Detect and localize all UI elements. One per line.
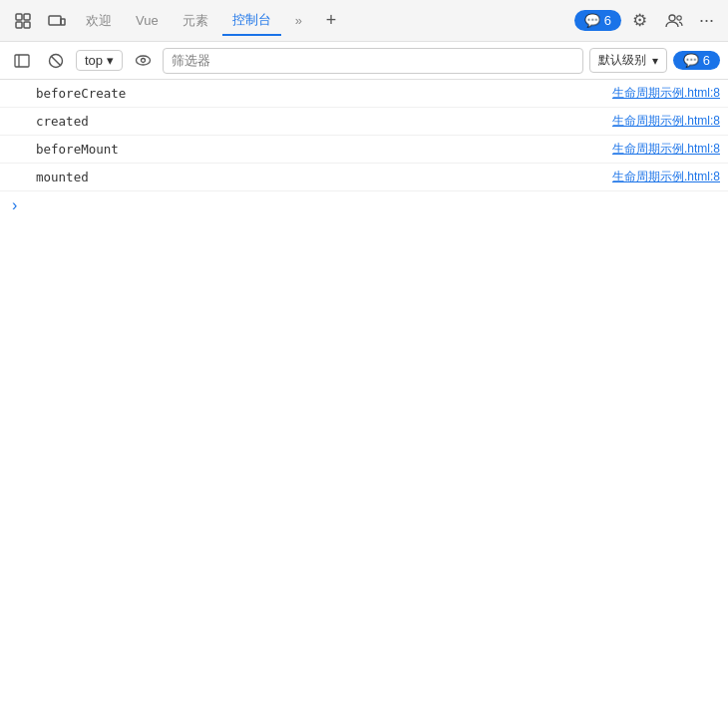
svg-point-6 (669, 15, 675, 21)
expand-row[interactable]: › (0, 191, 728, 219)
log-row: created 生命周期示例.html:8 (0, 108, 728, 136)
add-tab-icon[interactable]: + (316, 6, 346, 36)
log-area: beforeCreate 生命周期示例.html:8 created 生命周期示… (0, 80, 728, 219)
svg-rect-2 (16, 22, 22, 28)
log-source-2[interactable]: 生命周期示例.html:8 (612, 141, 728, 158)
svg-line-11 (51, 56, 61, 66)
toolbar-badge[interactable]: 💬 6 (673, 51, 720, 70)
level-dropdown[interactable]: 默认级别 ▾ (589, 48, 667, 73)
log-text-0: beforeCreate (36, 86, 612, 101)
level-dropdown-arrow: ▾ (652, 54, 658, 68)
log-text-1: created (36, 114, 612, 129)
svg-rect-1 (24, 14, 30, 20)
filter-input[interactable] (163, 48, 583, 74)
context-dropdown[interactable]: top ▾ (76, 50, 123, 71)
top-nav: 欢迎 Vue 元素 控制台 » + 💬 6 ⚙ ··· (0, 0, 728, 42)
tab-welcome[interactable]: 欢迎 (76, 6, 122, 36)
sidebar-toggle-icon[interactable] (8, 47, 36, 75)
log-row: beforeMount 生命周期示例.html:8 (0, 136, 728, 164)
svg-rect-0 (16, 14, 22, 20)
context-dropdown-arrow: ▾ (107, 53, 114, 68)
message-badge-btn[interactable]: 💬 6 (574, 10, 621, 31)
tab-console[interactable]: 控制台 (222, 6, 281, 36)
log-text-3: mounted (36, 170, 612, 184)
svg-rect-4 (49, 16, 61, 25)
settings-icon[interactable]: ⚙ (625, 6, 655, 36)
log-source-1[interactable]: 生命周期示例.html:8 (612, 113, 728, 130)
svg-point-13 (141, 59, 145, 63)
log-row: mounted 生命周期示例.html:8 (0, 164, 728, 191)
block-icon[interactable] (42, 47, 70, 75)
log-source-3[interactable]: 生命周期示例.html:8 (612, 169, 728, 185)
tab-vue[interactable]: Vue (126, 6, 169, 36)
responsive-icon[interactable] (42, 6, 72, 36)
more-icon[interactable]: ··· (693, 6, 720, 35)
svg-point-12 (136, 56, 150, 65)
log-text-2: beforeMount (36, 142, 612, 157)
svg-rect-5 (61, 19, 65, 25)
tab-elements[interactable]: 元素 (173, 6, 218, 36)
eye-icon[interactable] (129, 47, 157, 75)
tab-more[interactable]: » (285, 6, 312, 36)
log-row: beforeCreate 生命周期示例.html:8 (0, 80, 728, 108)
users-icon[interactable] (659, 6, 689, 36)
expand-chevron-icon[interactable]: › (12, 196, 17, 214)
inspect-icon[interactable] (8, 6, 38, 36)
log-source-0[interactable]: 生命周期示例.html:8 (612, 85, 728, 102)
message-icon: 💬 (584, 13, 600, 28)
svg-rect-8 (15, 55, 29, 67)
toolbar-badge-icon: 💬 (683, 53, 699, 68)
toolbar: top ▾ 默认级别 ▾ 💬 6 (0, 42, 728, 80)
svg-point-7 (677, 15, 681, 19)
svg-rect-3 (24, 22, 30, 28)
